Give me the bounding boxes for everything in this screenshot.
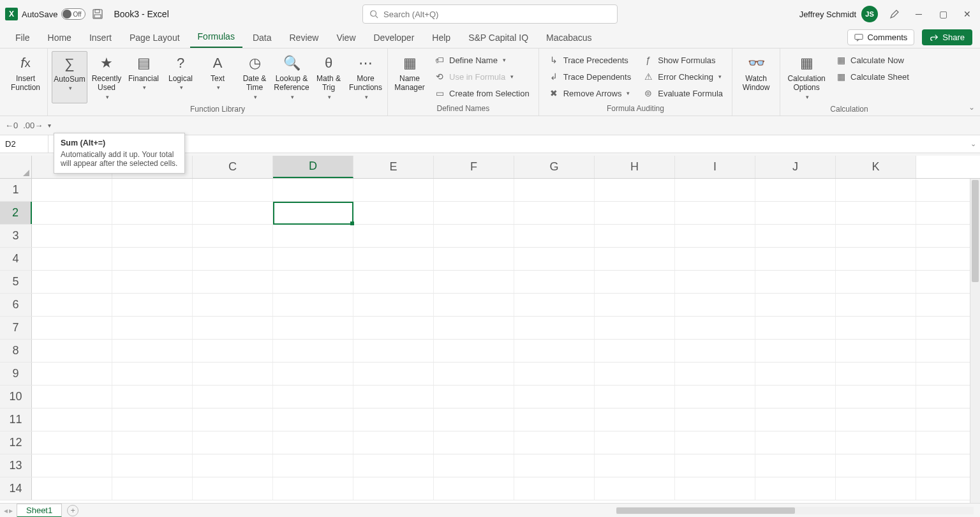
tab-file[interactable]: File (8, 29, 38, 48)
cell[interactable] (836, 294, 916, 316)
cell[interactable] (514, 431, 595, 454)
cell[interactable] (514, 271, 595, 293)
col-header-j[interactable]: J (755, 156, 836, 178)
cell[interactable] (112, 477, 193, 500)
tab-help[interactable]: Help (424, 29, 458, 48)
cell[interactable] (434, 248, 514, 270)
cell[interactable] (595, 454, 675, 477)
cell[interactable] (434, 202, 514, 224)
col-header-f[interactable]: F (434, 156, 514, 178)
cell[interactable] (434, 340, 514, 362)
cell[interactable] (675, 317, 755, 339)
cell[interactable] (434, 317, 514, 339)
cell[interactable] (32, 271, 112, 293)
cell[interactable] (193, 340, 273, 362)
row-header-2[interactable]: 2 (0, 202, 32, 224)
tab-view[interactable]: View (329, 29, 363, 48)
cell[interactable] (675, 431, 755, 454)
share-button[interactable]: Share (922, 29, 972, 45)
cell[interactable] (112, 386, 193, 408)
financial-button[interactable]: ▤ Financial▾ (126, 51, 161, 103)
row-header-13[interactable]: 13 (0, 454, 32, 477)
cell[interactable] (675, 271, 755, 293)
cell[interactable] (273, 408, 353, 431)
cell[interactable] (353, 386, 434, 408)
cell[interactable] (595, 431, 675, 454)
cell[interactable] (353, 248, 434, 270)
cell[interactable] (836, 477, 916, 500)
cell[interactable] (595, 386, 675, 408)
active-cell[interactable] (273, 202, 353, 225)
more-functions-button[interactable]: ⋯ More Functions▾ (348, 51, 383, 103)
cell[interactable] (755, 408, 836, 431)
cell[interactable] (755, 294, 836, 316)
user-account[interactable]: Jeffrey Schmidt JS (799, 6, 878, 22)
cell[interactable] (353, 454, 434, 477)
cell[interactable] (836, 340, 916, 362)
sheet-nav-prev-icon[interactable]: ◂ (4, 506, 8, 515)
col-header-i[interactable]: I (675, 156, 755, 178)
math-trig-button[interactable]: θ Math & Trig▾ (311, 51, 346, 103)
cell[interactable] (755, 225, 836, 247)
cell[interactable] (755, 340, 836, 362)
cell[interactable] (675, 179, 755, 201)
cell[interactable] (32, 248, 112, 270)
cell[interactable] (273, 271, 353, 293)
maximize-button[interactable]: ▢ (935, 6, 951, 22)
cell[interactable] (836, 271, 916, 293)
cell[interactable] (273, 179, 353, 201)
cell[interactable] (273, 431, 353, 454)
insert-function-button[interactable]: fx Insert Function (8, 51, 43, 103)
cell[interactable] (675, 248, 755, 270)
cell[interactable] (595, 477, 675, 500)
cell[interactable] (32, 202, 112, 224)
vertical-scrollbar[interactable] (970, 179, 980, 503)
cell[interactable] (675, 340, 755, 362)
cell[interactable] (514, 477, 595, 500)
cell[interactable] (353, 477, 434, 500)
cell[interactable] (32, 454, 112, 477)
col-header-e[interactable]: E (353, 156, 434, 178)
cell[interactable] (434, 179, 514, 201)
cell[interactable] (112, 340, 193, 362)
cell[interactable] (514, 225, 595, 247)
cell[interactable] (755, 363, 836, 385)
cell[interactable] (193, 363, 273, 385)
row-header-11[interactable]: 11 (0, 408, 32, 431)
close-button[interactable]: ✕ (960, 6, 975, 22)
cell[interactable] (353, 271, 434, 293)
cell[interactable] (434, 363, 514, 385)
cell[interactable] (595, 408, 675, 431)
cell[interactable] (112, 202, 193, 224)
increase-decimal-icon[interactable]: ←0 (5, 121, 18, 130)
cell[interactable] (32, 477, 112, 500)
cell[interactable] (32, 294, 112, 316)
cell[interactable] (112, 225, 193, 247)
cell[interactable] (32, 363, 112, 385)
cell[interactable] (353, 431, 434, 454)
cell[interactable] (112, 248, 193, 270)
tab-home[interactable]: Home (40, 29, 79, 48)
expand-formula-bar-icon[interactable]: ⌄ (970, 140, 976, 148)
cell[interactable] (353, 225, 434, 247)
tab-page-layout[interactable]: Page Layout (122, 29, 188, 48)
row-header-1[interactable]: 1 (0, 179, 32, 201)
cell[interactable] (273, 386, 353, 408)
cell[interactable] (675, 202, 755, 224)
cell[interactable] (434, 294, 514, 316)
cell[interactable] (514, 317, 595, 339)
cell[interactable] (755, 386, 836, 408)
cell[interactable] (112, 179, 193, 201)
cell[interactable] (193, 271, 273, 293)
cell[interactable] (193, 225, 273, 247)
tab-formulas[interactable]: Formulas (190, 27, 242, 48)
cell[interactable] (755, 454, 836, 477)
cell[interactable] (273, 225, 353, 247)
row-header-8[interactable]: 8 (0, 340, 32, 362)
cell[interactable] (353, 294, 434, 316)
spreadsheet-grid[interactable]: A B C D E F G H I J K 123456789101112131… (0, 156, 980, 503)
cell[interactable] (273, 454, 353, 477)
cell[interactable] (675, 454, 755, 477)
tab-macabacus[interactable]: Macabacus (538, 29, 600, 48)
sheet-nav-next-icon[interactable]: ▸ (9, 506, 13, 515)
